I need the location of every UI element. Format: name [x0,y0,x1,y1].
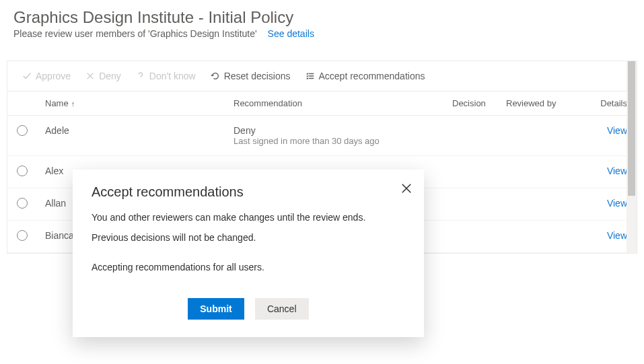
row-view-link[interactable]: View [607,230,627,241]
header-details: Details [587,98,627,108]
check-icon [22,71,32,81]
cancel-button[interactable]: Cancel [255,298,309,320]
dialog-title: Accept recommendations [92,184,405,200]
approve-label: Approve [36,71,71,81]
dialog-text-1: You and other reviewers can make changes… [92,212,405,223]
toolbar: Approve Deny Don't know Reset decisions … [7,61,637,92]
close-icon [400,182,413,195]
row-select-radio[interactable] [17,166,28,176]
row-select-radio[interactable] [17,198,28,209]
dialog-actions: Submit Cancel [92,298,405,320]
question-icon [136,71,145,81]
deny-label: Deny [99,71,121,81]
header-name[interactable]: Name ↑ [45,98,234,108]
row-view-link[interactable]: View [607,125,627,136]
header-name-label: Name [45,98,69,108]
row-select-radio[interactable] [17,125,28,136]
close-button[interactable] [400,182,413,195]
header-recommendation[interactable]: Recommendation [234,98,452,108]
list-check-icon [306,71,315,81]
dont-know-button[interactable]: Don't know [131,68,201,84]
vertical-scrollbar[interactable] [627,61,637,253]
x-icon [85,71,95,81]
row-recommendation: DenyLast signed in more than 30 days ago [234,125,452,146]
see-details-link[interactable]: See details [268,28,314,39]
reset-label: Reset decisions [224,71,291,81]
row-select-radio[interactable] [17,230,28,241]
deny-button[interactable]: Deny [80,68,127,84]
dialog-text-3: Accepting recommendations for all users. [92,262,405,272]
page-subtext-text: Please review user members of 'Graphics … [13,28,257,39]
accept-recommendations-dialog: Accept recommendations You and other rev… [73,170,424,337]
submit-button[interactable]: Submit [188,298,244,320]
reset-decisions-button[interactable]: Reset decisions [205,68,296,84]
accept-recommendations-button[interactable]: Accept recommendations [300,68,431,84]
row-recommendation-main: Deny [234,125,452,136]
dialog-text-2: Previous decisions will not be changed. [92,232,405,243]
row-view-link[interactable]: View [607,198,627,209]
row-view-link[interactable]: View [607,166,627,176]
header-decision[interactable]: Decision [452,98,506,108]
page-title: Graphics Design Institute - Initial Poli… [0,0,644,28]
approve-button[interactable]: Approve [17,68,76,84]
table-row[interactable]: AdeleDenyLast signed in more than 30 day… [7,116,637,156]
accept-label: Accept recommendations [319,71,425,81]
refresh-icon [211,71,220,81]
sort-asc-icon: ↑ [71,100,75,108]
row-recommendation-sub: Last signed in more than 30 days ago [234,136,452,146]
page-subtext: Please review user members of 'Graphics … [0,28,644,48]
dont-know-label: Don't know [149,71,196,81]
header-reviewed-by[interactable]: Reviewed by [506,98,587,108]
table-header: Name ↑ Recommendation Decision Reviewed … [7,92,637,116]
scroll-thumb[interactable] [628,61,635,196]
row-name: Adele [45,125,234,136]
